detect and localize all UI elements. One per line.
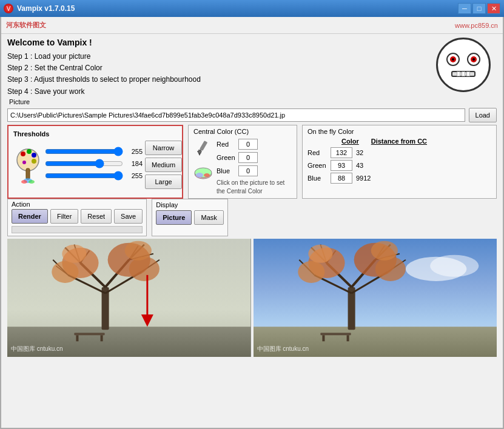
load-button[interactable]: Load <box>469 108 497 122</box>
picture-button[interactable]: Picture <box>156 210 192 225</box>
cc-blue-input[interactable] <box>238 165 258 176</box>
picture-section: Picture Load <box>7 98 497 122</box>
otf-color-header: Color <box>341 138 359 145</box>
save-button[interactable]: Save <box>114 209 143 224</box>
svg-point-46 <box>430 254 479 276</box>
otf-red-row: Red 32 <box>307 147 491 158</box>
cc-title: Central Color (CC) <box>193 128 292 135</box>
slider-val-2: 184 <box>126 160 143 167</box>
step-1: Step 1 : Load your picture <box>7 51 201 62</box>
action-buttons: Render Filter Reset Save <box>12 209 143 224</box>
header-bar: 河东软件图文 www.pc859.cn <box>1 17 503 34</box>
threshold-slider-2[interactable] <box>45 159 123 168</box>
display-box: Display Picture Mask <box>152 199 228 236</box>
threshold-slider-3[interactable] <box>45 171 123 181</box>
window-title: Vampix v1.7.0.15 <box>17 4 75 13</box>
cc-icons <box>193 139 213 181</box>
display-buttons: Picture Mask <box>156 210 224 225</box>
cc-green-label: Green <box>217 154 236 161</box>
title-bar: V Vampix v1.7.0.15 ─ □ ✕ <box>0 0 504 17</box>
otf-green-input[interactable] <box>331 160 352 171</box>
svg-point-64 <box>375 256 405 281</box>
otf-red-input[interactable] <box>331 147 352 158</box>
mascot-eye-left <box>446 53 460 66</box>
action-label: Action <box>12 201 143 208</box>
mascot-pupil-inner-left <box>452 58 454 61</box>
otf-blue-row: Blue 9912 <box>307 173 491 184</box>
svg-point-65 <box>308 244 332 262</box>
large-button[interactable]: Large <box>145 175 182 189</box>
threshold-slider-1[interactable] <box>45 147 123 156</box>
welcome-title: Welcome to Vampix ! <box>7 38 201 47</box>
close-button[interactable]: ✕ <box>487 3 500 14</box>
mascot-pupil-inner-right <box>472 58 475 61</box>
threshold-buttons: Narrow Medium Large <box>145 141 182 189</box>
title-bar-left: V Vampix v1.7.0.15 <box>4 4 75 13</box>
svg-rect-69 <box>346 335 349 341</box>
mascot-tooth-3 <box>466 72 470 76</box>
welcome-left: Welcome to Vampix ! Step 1 : Load your p… <box>7 38 201 98</box>
svg-point-2 <box>27 149 32 154</box>
svg-rect-12 <box>198 150 201 153</box>
svg-rect-68 <box>322 335 324 341</box>
otf-blue-input[interactable] <box>331 173 352 184</box>
thresholds-content: 255 184 255 Narrow M <box>13 141 177 189</box>
svg-point-36 <box>129 256 160 281</box>
middle-controls: Thresholds <box>7 125 497 199</box>
otf-blue-label: Blue <box>307 175 327 182</box>
welcome-section: Welcome to Vampix ! Step 1 : Load your p… <box>7 38 497 98</box>
slider-val-3: 255 <box>126 172 143 179</box>
thresholds-box: Thresholds <box>7 125 183 199</box>
content-area: Welcome to Vampix ! Step 1 : Load your p… <box>1 34 503 361</box>
slider-val-1: 255 <box>126 148 143 155</box>
otf-red-dist: 32 <box>356 149 380 156</box>
svg-rect-47 <box>254 327 497 357</box>
svg-point-3 <box>32 153 36 158</box>
mascot-mouth <box>451 71 475 77</box>
left-image-svg <box>7 239 251 357</box>
cc-green-input[interactable] <box>238 152 258 163</box>
file-path-input[interactable] <box>7 108 465 122</box>
maximize-button[interactable]: □ <box>472 3 486 14</box>
window-controls: ─ □ ✕ <box>458 3 500 14</box>
watermark-right: www.pc859.cn <box>455 22 498 29</box>
central-color-box: Central Color (CC) <box>188 125 297 199</box>
left-image-panel[interactable]: 中国图库 cntuku.cn <box>7 239 251 357</box>
svg-point-66 <box>371 241 397 260</box>
otf-spacer <box>307 138 329 145</box>
step-4: Step 4 : Save your work <box>7 86 201 98</box>
step-list: Step 1 : Load your picture Step 2 : Set … <box>7 51 201 98</box>
palette-svg <box>16 142 40 187</box>
reset-button[interactable]: Reset <box>81 209 112 224</box>
on-the-fly-box: On the fly Color Color Distance from CC … <box>302 125 497 199</box>
svg-rect-18 <box>7 327 251 357</box>
right-image-panel[interactable]: 中国图库 cntuku.cn <box>254 239 497 357</box>
cc-red-input[interactable] <box>238 139 258 150</box>
cc-content: Red Green Blue Click on the picture to s… <box>193 139 292 196</box>
mascot-eyes <box>446 53 480 66</box>
cc-green-row: Green <box>217 152 292 163</box>
render-button[interactable]: Render <box>12 209 48 224</box>
images-row: 中国图库 cntuku.cn <box>7 239 497 357</box>
step-2: Step 2 : Set the Central Color <box>7 62 201 74</box>
medium-button[interactable]: Medium <box>145 158 182 172</box>
action-box: Action Render Filter Reset Save <box>7 199 147 236</box>
narrow-button[interactable]: Narrow <box>145 141 182 155</box>
cc-blue-row: Blue <box>217 165 292 176</box>
app-icon: V <box>4 4 13 13</box>
svg-rect-10 <box>200 141 207 151</box>
mask-button[interactable]: Mask <box>194 210 223 225</box>
right-image-svg <box>254 239 497 357</box>
filter-button[interactable]: Filter <box>50 209 78 224</box>
svg-point-38 <box>125 241 152 260</box>
otf-title: On the fly Color <box>307 128 491 135</box>
svg-rect-40 <box>76 335 78 341</box>
minimize-button[interactable]: ─ <box>458 3 471 14</box>
action-scrollbar[interactable] <box>12 226 143 233</box>
cc-red-label: Red <box>217 141 236 148</box>
mascot-pupil-left <box>450 56 456 62</box>
palette-icon <box>13 141 42 189</box>
slider-row-2: 184 <box>45 159 143 168</box>
action-display-row: Action Render Filter Reset Save Display … <box>7 199 497 236</box>
otf-distance-header: Distance from CC <box>371 138 427 145</box>
